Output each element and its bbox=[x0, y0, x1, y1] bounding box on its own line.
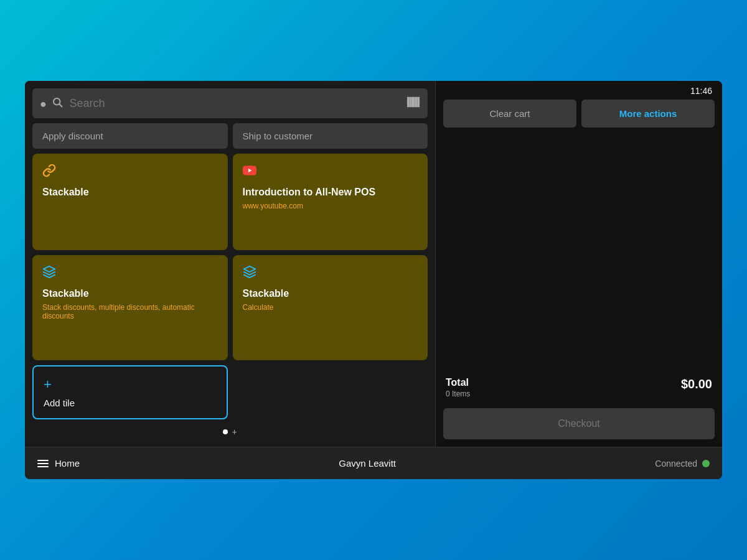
time-display: 11:46 bbox=[690, 86, 712, 96]
svg-rect-3 bbox=[410, 97, 411, 106]
app-window: 11:46 ● bbox=[25, 81, 722, 479]
more-actions-button[interactable]: More actions bbox=[581, 100, 715, 128]
svg-point-0 bbox=[54, 98, 60, 105]
svg-rect-2 bbox=[408, 97, 409, 106]
total-section: Total 0 Items $0.00 bbox=[443, 372, 715, 403]
tile-3-subtitle: Stack discounts, multiple discounts, aut… bbox=[42, 303, 218, 320]
user-name: Gavyn Leavitt bbox=[80, 458, 655, 469]
items-count: 0 Items bbox=[446, 390, 470, 398]
barcode-icon[interactable] bbox=[406, 95, 420, 112]
tile-stackable-link[interactable]: Stackable bbox=[32, 154, 228, 250]
link-icon bbox=[42, 164, 218, 180]
svg-rect-5 bbox=[414, 97, 415, 106]
clear-cart-button[interactable]: Clear cart bbox=[443, 100, 576, 128]
tile-stackable-discount[interactable]: Stackable Stack discounts, multiple disc… bbox=[32, 255, 228, 360]
tile-youtube[interactable]: Introduction to All-New POS www.youtube.… bbox=[233, 154, 428, 250]
add-tile-label: Add tile bbox=[44, 398, 217, 408]
tile-2-subtitle: www.youtube.com bbox=[243, 202, 418, 210]
svg-rect-4 bbox=[411, 97, 413, 106]
dot-1 bbox=[223, 429, 228, 434]
dot-add[interactable]: + bbox=[232, 427, 237, 437]
pagination-dots: + bbox=[32, 424, 428, 439]
tile-stackable-calculate[interactable]: Stackable Calculate bbox=[233, 255, 428, 360]
tile-4-title: Stackable bbox=[243, 288, 418, 299]
connection-status: Connected bbox=[655, 459, 710, 469]
left-panel: ● bbox=[25, 81, 436, 447]
stack-icon-2 bbox=[243, 265, 418, 282]
stack-icon-1 bbox=[42, 265, 218, 282]
add-tile-button[interactable]: + Add tile bbox=[32, 365, 228, 419]
tile-1-title: Stackable bbox=[42, 187, 218, 198]
tile-4-subtitle: Calculate bbox=[243, 303, 418, 312]
ship-to-customer-button[interactable]: Ship to customer bbox=[233, 123, 428, 149]
hamburger-icon[interactable] bbox=[37, 460, 49, 467]
tile-3-title: Stackable bbox=[42, 288, 218, 299]
main-content: ● bbox=[25, 81, 722, 447]
home-label: Home bbox=[55, 458, 80, 469]
svg-rect-7 bbox=[418, 97, 419, 106]
total-amount: $0.00 bbox=[681, 377, 712, 391]
quick-actions: Apply discount Ship to customer bbox=[32, 123, 428, 149]
home-nav[interactable]: Home bbox=[37, 458, 80, 469]
search-bar[interactable]: ● bbox=[32, 88, 428, 118]
right-panel: Clear cart More actions Total 0 Items $0… bbox=[436, 81, 722, 447]
plus-icon: + bbox=[44, 376, 217, 393]
search-input[interactable] bbox=[69, 97, 400, 110]
svg-marker-9 bbox=[44, 266, 55, 272]
youtube-icon bbox=[243, 164, 418, 180]
search-icon: ● bbox=[40, 96, 63, 111]
total-info: Total 0 Items bbox=[446, 377, 470, 398]
checkout-button[interactable]: Checkout bbox=[443, 408, 715, 439]
total-label: Total bbox=[446, 377, 470, 388]
bottom-bar: Home Gavyn Leavitt Connected bbox=[25, 447, 722, 479]
connected-dot bbox=[702, 460, 710, 467]
action-buttons: Clear cart More actions bbox=[443, 100, 715, 128]
svg-line-1 bbox=[60, 104, 62, 106]
svg-rect-6 bbox=[416, 97, 417, 106]
connected-label: Connected bbox=[655, 459, 697, 469]
cart-area bbox=[443, 133, 715, 372]
tile-2-title: Introduction to All-New POS bbox=[243, 187, 418, 198]
svg-marker-10 bbox=[243, 266, 255, 272]
tiles-grid: Stackable Introduction to All-New POS ww… bbox=[32, 154, 428, 360]
apply-discount-button[interactable]: Apply discount bbox=[32, 123, 228, 149]
